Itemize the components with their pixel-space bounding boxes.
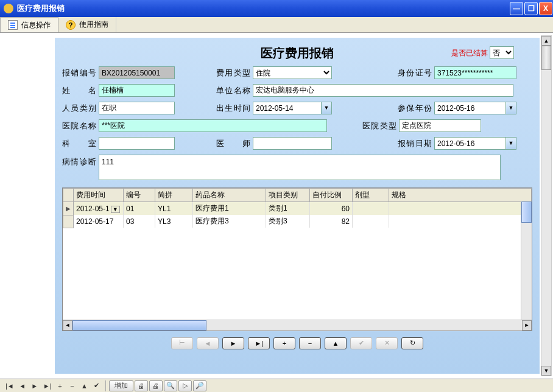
bb-last-button[interactable]: ►| [41, 380, 54, 391]
grid-v-thumb[interactable] [521, 201, 532, 223]
grid-v-scrollbar[interactable] [521, 201, 532, 320]
window-title: 医疗费用报销 [17, 3, 509, 14]
nav-up-button[interactable]: ▲ [325, 337, 347, 349]
form-row-2: 姓 名 单位名称 [62, 84, 532, 97]
nav-last-button[interactable]: ►| [248, 337, 270, 349]
nav-next-button[interactable]: ► [222, 337, 244, 349]
maximize-button[interactable]: ❐ [524, 2, 538, 15]
help-icon: ? [66, 20, 76, 30]
cancel-icon: ✕ [384, 339, 390, 347]
play-icon: ▷ [183, 382, 188, 390]
table-row[interactable]: ▶2012-05-1▼01YL1医疗费用1类别160 [63, 202, 532, 215]
form-row-5: 科 室 医 师 报销日期 ▼ [62, 137, 532, 150]
bb-addtxt-button[interactable]: 增加 [109, 380, 133, 391]
birth-label: 出生时间 [216, 103, 250, 114]
bb-del-button[interactable]: − [67, 380, 78, 391]
nav-next-icon: ► [230, 340, 237, 347]
col-self-ratio[interactable]: 自付比例 [310, 189, 353, 202]
hospital-field[interactable] [99, 119, 327, 132]
person-type-label: 人员类别 [62, 103, 96, 114]
panel-navbar: ⊢ ◄ ► ►| + − ▲ ✔ ✕ ↻ [62, 337, 532, 349]
fee-type-select[interactable]: 住院 [253, 66, 332, 79]
insure-year-drop-icon[interactable]: ▼ [505, 102, 516, 114]
col-code[interactable]: 编号 [124, 189, 155, 202]
settle-label: 是否已结算 [451, 49, 488, 57]
id-no-field[interactable] [434, 66, 516, 79]
printer-icon: 🖨 [152, 382, 159, 390]
grid-h-right-icon[interactable]: ► [522, 320, 532, 331]
reimb-date-drop-icon[interactable]: ▼ [505, 137, 516, 150]
scroll-down-icon[interactable]: ▼ [541, 366, 551, 376]
diag-label: 病情诊断 [62, 155, 96, 167]
menu-info-label: 信息操作 [21, 20, 51, 30]
birth-drop-icon[interactable]: ▼ [321, 102, 332, 114]
up-icon: ▲ [333, 340, 339, 347]
bb-up-button[interactable]: ▲ [79, 380, 90, 391]
insure-year-label: 参保年份 [398, 103, 432, 114]
scroll-up-icon[interactable]: ▲ [541, 36, 551, 46]
bb-add-button[interactable]: + [55, 380, 66, 391]
dept-label: 科 室 [62, 138, 96, 149]
nav-add-button[interactable]: + [273, 337, 295, 349]
insure-year-field[interactable] [434, 102, 505, 114]
col-form[interactable]: 剂型 [353, 189, 389, 202]
dept-field[interactable] [99, 137, 175, 150]
doctor-label: 医 师 [216, 138, 250, 149]
addtxt-label: 增加 [114, 381, 128, 390]
nav-prev-button[interactable]: ◄ [197, 337, 219, 349]
close-button[interactable]: X [539, 2, 552, 15]
col-spec[interactable]: 规格 [389, 189, 532, 202]
bb-search-button[interactable]: 🔍 [164, 380, 177, 391]
fee-type-label: 费用类型 [216, 68, 250, 79]
col-fee-time[interactable]: 费用时间 [74, 189, 124, 202]
grid-h-left-icon[interactable]: ◄ [63, 320, 72, 331]
col-drug-name[interactable]: 药品名称 [193, 189, 266, 202]
settle-select[interactable]: 否 [490, 46, 514, 59]
menu-guide[interactable]: ? 使用指南 [58, 17, 116, 32]
person-type-field[interactable] [99, 102, 175, 114]
nav-first-button[interactable]: ⊢ [171, 337, 193, 349]
diag-field[interactable] [99, 155, 501, 180]
grid-h-track[interactable] [72, 320, 522, 331]
zoom-icon: 🔎 [195, 382, 204, 390]
doctor-field[interactable] [253, 137, 332, 150]
reimb-no-label: 报销编号 [62, 68, 96, 79]
name-field[interactable] [99, 84, 175, 97]
table-row[interactable]: 2012-05-1703YL3医疗费用3类别382 [63, 215, 532, 228]
menu-info-ops[interactable]: 信息操作 [0, 17, 58, 32]
nav-cancel-button[interactable]: ✕ [376, 337, 398, 349]
minimize-button[interactable]: — [510, 2, 523, 15]
bb-print-button[interactable]: 🖨 [135, 380, 148, 391]
bb-zoom-button[interactable]: 🔎 [193, 380, 206, 391]
bb-first-button[interactable]: |◄ [4, 380, 16, 391]
col-pinyin[interactable]: 简拼 [155, 189, 193, 202]
birth-wrap: ▼ [253, 102, 332, 114]
grid-header-row: 费用时间 编号 简拼 药品名称 项目类别 自付比例 剂型 规格 [63, 189, 532, 202]
bb-confirm-button[interactable]: ✔ [91, 380, 102, 391]
reimb-date-field[interactable] [434, 137, 505, 150]
bb-play-button[interactable]: ▷ [178, 380, 192, 391]
nav-edit-button[interactable]: ✔ [350, 337, 372, 349]
form-row-1: 报销编号 费用类型 住院 身份证号 [62, 66, 532, 79]
nav-refresh-button[interactable]: ↻ [401, 337, 423, 349]
minus-icon: − [70, 382, 74, 390]
grid-corner [63, 189, 74, 202]
main-panel: 医疗费用报销 是否已结算 否 报销编号 费用类型 住院 身份证号 姓 名 单位名 [55, 38, 540, 374]
hosp-type-field[interactable] [399, 119, 481, 132]
bb-next-button[interactable]: ► [29, 380, 40, 391]
app-icon [4, 4, 13, 13]
fee-grid[interactable]: 费用时间 编号 简拼 药品名称 项目类别 自付比例 剂型 规格 ▶2012-05… [63, 188, 532, 228]
workspace-v-scrollbar[interactable]: ▲ ▼ [541, 35, 552, 376]
workspace-v-thumb[interactable] [541, 46, 551, 70]
col-item-type[interactable]: 项目类别 [266, 189, 310, 202]
bb-prev-button[interactable]: ◄ [17, 380, 28, 391]
grid-h-thumb[interactable] [72, 320, 206, 331]
org-field[interactable] [253, 84, 513, 97]
form-row-3: 人员类别 出生时间 ▼ 参保年份 ▼ [62, 102, 532, 114]
reimb-no-field[interactable] [99, 66, 175, 79]
bb-print2-button[interactable]: 🖨 [149, 380, 163, 391]
birth-field[interactable] [253, 102, 321, 114]
up-icon: ▲ [81, 382, 88, 390]
nav-del-button[interactable]: − [299, 337, 321, 349]
grid-h-scrollbar[interactable]: ◄ ► [63, 320, 532, 331]
